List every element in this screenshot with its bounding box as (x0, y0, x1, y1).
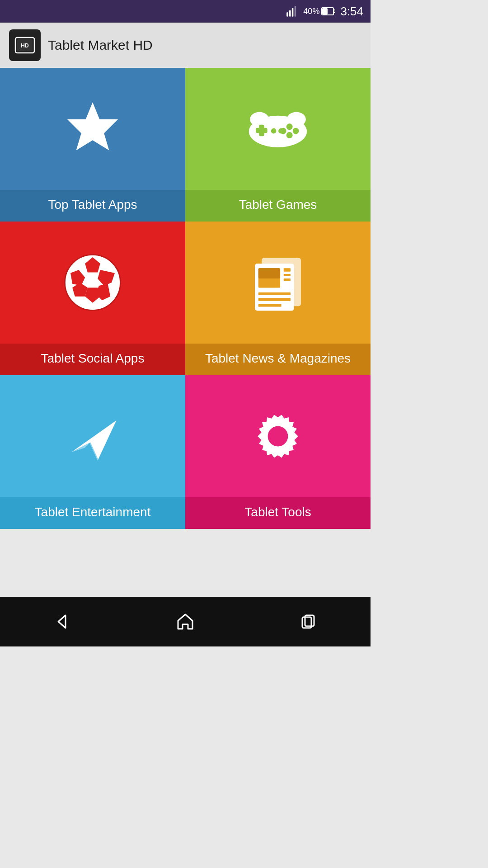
status-bar: 40% 3:54 (0, 0, 371, 23)
svg-rect-2 (292, 8, 294, 17)
svg-rect-17 (259, 125, 264, 137)
svg-point-22 (271, 128, 277, 134)
paper-plane-icon-area (0, 375, 185, 497)
gamepad-icon (246, 97, 310, 160)
svg-rect-5 (323, 9, 327, 14)
star-icon (61, 97, 124, 160)
soccer-icon (61, 251, 124, 314)
gamepad-icon-area (185, 68, 371, 190)
svg-point-19 (293, 128, 299, 134)
tile-tablet-games[interactable]: Tablet Games (185, 68, 371, 222)
svg-rect-38 (284, 278, 291, 281)
svg-rect-40 (258, 298, 291, 301)
svg-marker-46 (58, 615, 66, 628)
back-button[interactable] (52, 612, 72, 632)
soccer-icon-area (0, 222, 185, 344)
nav-bar (0, 597, 371, 646)
app-logo: HD (9, 29, 41, 61)
recent-apps-icon (299, 612, 319, 632)
svg-rect-0 (287, 12, 289, 16)
tile-top-tablet-apps-label: Top Tablet Apps (0, 190, 185, 222)
signal-icon (286, 5, 299, 18)
star-icon-area (0, 68, 185, 190)
app-title: Tablet Market HD (48, 38, 153, 53)
svg-marker-42 (71, 420, 116, 460)
tile-top-tablet-apps[interactable]: Top Tablet Apps (0, 68, 185, 222)
tile-tablet-social-apps-label: Tablet Social Apps (0, 344, 185, 375)
svg-rect-1 (289, 10, 291, 17)
newspaper-icon-area (185, 222, 371, 344)
gear-icon-area (185, 375, 371, 497)
svg-point-45 (268, 426, 288, 447)
home-icon (175, 612, 195, 632)
tile-tablet-tools-label: Tablet Tools (185, 497, 371, 529)
svg-point-23 (278, 128, 284, 134)
main-grid: Top Tablet Apps (0, 68, 371, 529)
tile-tablet-entertainment-label: Tablet Entertainment (0, 497, 185, 529)
gear-icon (246, 405, 310, 468)
recent-apps-button[interactable] (299, 612, 319, 632)
tile-tablet-tools[interactable]: Tablet Tools (185, 375, 371, 529)
svg-rect-37 (284, 274, 291, 276)
tile-tablet-news-magazines-label: Tablet News & Magazines (185, 344, 371, 375)
battery-display: 40% (303, 7, 336, 16)
svg-rect-39 (258, 292, 291, 295)
svg-rect-3 (295, 6, 296, 16)
tile-tablet-games-label: Tablet Games (185, 190, 371, 222)
empty-area (0, 529, 371, 597)
back-icon (52, 612, 72, 632)
tile-tablet-social-apps[interactable]: Tablet Social Apps (0, 222, 185, 375)
svg-point-18 (286, 124, 293, 130)
home-button[interactable] (175, 612, 195, 632)
tile-tablet-news-magazines[interactable]: Tablet News & Magazines (185, 222, 371, 375)
svg-text:HD: HD (21, 42, 29, 49)
svg-rect-41 (258, 304, 282, 307)
tile-tablet-entertainment[interactable]: Tablet Entertainment (0, 375, 185, 529)
svg-marker-47 (178, 614, 192, 629)
svg-point-14 (250, 112, 269, 127)
svg-point-20 (286, 132, 293, 138)
paper-plane-icon (61, 405, 124, 468)
svg-rect-35 (258, 268, 280, 278)
svg-rect-36 (284, 268, 291, 272)
app-header: HD Tablet Market HD (0, 23, 371, 68)
svg-marker-12 (67, 102, 118, 150)
time-display: 3:54 (340, 5, 363, 19)
newspaper-icon (246, 251, 310, 314)
